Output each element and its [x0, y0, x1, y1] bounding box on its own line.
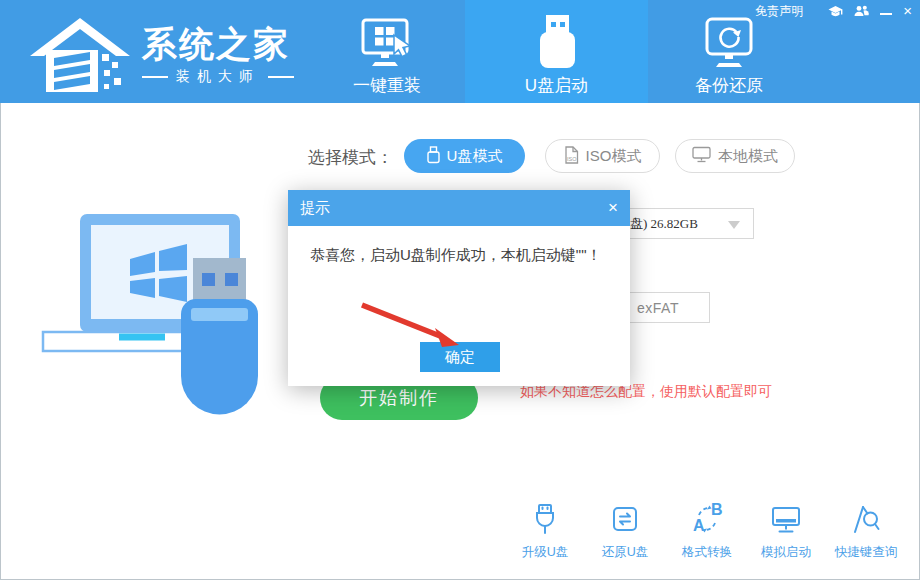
mode-label: U盘模式: [447, 147, 503, 166]
mode-label: 本地模式: [718, 147, 778, 166]
monitor-boot-icon: [769, 502, 803, 540]
dash-left: [142, 76, 168, 78]
mode-label: ISO模式: [586, 147, 642, 166]
ok-button[interactable]: 确定: [420, 342, 500, 372]
usb-drive-icon: [529, 14, 585, 72]
iso-file-icon: ISO: [564, 146, 579, 167]
dialog-title: 提示: [300, 199, 608, 218]
mode-usb-button[interactable]: U盘模式: [404, 139, 525, 173]
tool-label: 升级U盘: [522, 544, 569, 561]
restore-loop-icon: [608, 502, 642, 540]
a-to-b-convert-icon: A B: [690, 502, 724, 540]
magnifier-key-icon: [849, 502, 883, 540]
mode-iso-button[interactable]: ISO ISO模式: [545, 139, 660, 173]
app-logo: 系统之家 装机大师: [28, 10, 294, 98]
usb-plug-icon: [528, 502, 562, 540]
dialog-message: 恭喜您，启动U盘制作成功，本机启动键""！: [310, 246, 601, 265]
close-icon[interactable]: ×: [903, 4, 912, 18]
dash-right: [268, 76, 294, 78]
tool-label: 快捷键查询: [835, 544, 898, 561]
service-cap-icon[interactable]: [828, 5, 843, 18]
format-value: exFAT: [637, 300, 679, 316]
svg-text:A: A: [693, 517, 705, 534]
app-window: 系统之家 装机大师: [0, 0, 920, 580]
tab-label: 备份还原: [695, 74, 763, 97]
monitor-restore-icon: [701, 14, 757, 72]
svg-text:ISO: ISO: [567, 155, 577, 161]
app-header: 系统之家 装机大师: [0, 0, 920, 103]
tool-label: 格式转换: [682, 544, 732, 561]
mode-select-label: 选择模式：: [308, 146, 393, 169]
logo-subtitle: 装机大师: [142, 68, 294, 86]
tool-label: 还原U盘: [602, 544, 649, 561]
tab-usb-boot[interactable]: U盘启动: [465, 0, 648, 103]
dialog-close-icon[interactable]: ×: [608, 200, 618, 216]
success-dialog: 提示 × 恭喜您，启动U盘制作成功，本机启动键""！ 确定: [288, 190, 630, 386]
tool-hotkey-query[interactable]: 快捷键查询: [818, 502, 914, 560]
monitor-icon: [692, 146, 711, 166]
logo-title: 系统之家: [142, 22, 294, 66]
tab-one-key-reinstall[interactable]: 一键重装: [335, 0, 439, 103]
users-icon[interactable]: [854, 5, 869, 17]
tab-label: 一键重装: [353, 74, 421, 97]
svg-text:B: B: [711, 502, 723, 518]
logo-text: 系统之家 装机大师: [142, 22, 294, 86]
titlebar-controls: 免责声明 ×: [755, 3, 912, 19]
dialog-titlebar: 提示 ×: [288, 190, 630, 226]
laptop-usb-illustration: [35, 212, 280, 421]
house-logo-icon: [28, 10, 132, 98]
disclaimer-link[interactable]: 免责声明: [755, 3, 803, 20]
usb-icon: [427, 146, 440, 167]
usb-drive-dropdown[interactable]: 盘) 26.82GB: [618, 208, 754, 239]
tool-label: 模拟启动: [761, 544, 811, 561]
chevron-down-icon: [728, 221, 740, 229]
mode-local-button[interactable]: 本地模式: [675, 139, 795, 173]
monitor-windows-cursor-icon: [358, 14, 416, 72]
drive-dropdown-value: 盘) 26.82GB: [619, 215, 698, 233]
tab-label: U盘启动: [525, 74, 588, 97]
